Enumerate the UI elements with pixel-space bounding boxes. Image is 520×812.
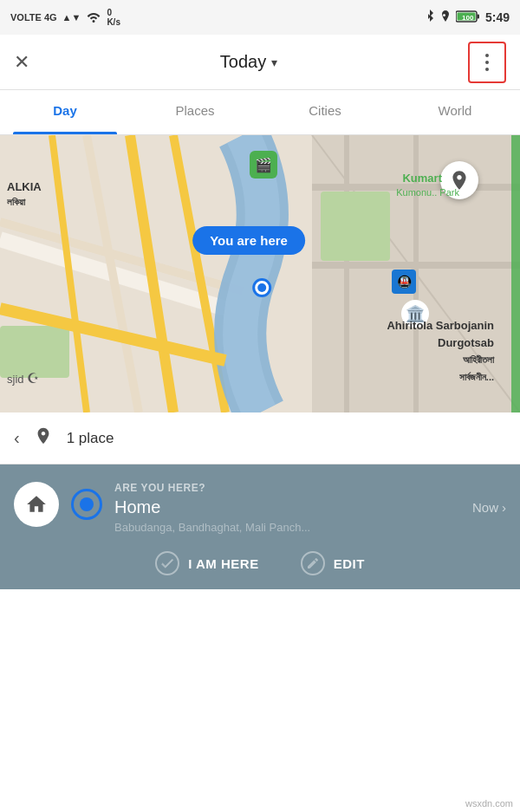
card-content: ARE YOU HERE? Home Now › Babudanga, Band…	[114, 482, 506, 534]
svg-rect-20	[511, 135, 520, 412]
svg-rect-16	[321, 192, 390, 261]
chevron-right-icon: ›	[502, 500, 506, 515]
ahiri-label: Ahiritola SarbojaninDurgotsabআহিরীতলাসার…	[387, 317, 494, 385]
kumont-label: Kumonu.. Park	[396, 187, 459, 198]
tab-day-label: Day	[53, 103, 77, 118]
card-question: ARE YOU HERE?	[114, 482, 506, 494]
svg-text:100: 100	[462, 14, 474, 22]
data-speed: 0K/s	[107, 8, 120, 27]
tab-world-label: World	[439, 103, 472, 118]
kumart-label: Kumart	[402, 172, 442, 186]
menu-dot-3	[485, 68, 489, 71]
close-button[interactable]: ✕	[14, 51, 29, 74]
tab-cities[interactable]: Cities	[260, 90, 390, 134]
title-text: Today	[220, 52, 266, 72]
overflow-menu-button[interactable]	[468, 42, 506, 83]
alkia-label: ALKIAলকিয়া	[7, 180, 42, 210]
tab-world[interactable]: World	[390, 90, 520, 134]
tab-bar: Day Places Cities World	[0, 90, 520, 135]
tab-day[interactable]: Day	[0, 90, 130, 134]
location-icon-status	[440, 10, 451, 25]
action-buttons: I AM HERE EDIT	[14, 551, 506, 575]
menu-dot-2	[485, 61, 489, 64]
battery-icon: 100	[456, 10, 480, 25]
check-icon	[155, 551, 179, 575]
header-title: Today ▾	[220, 52, 277, 72]
i-am-here-label: I AM HERE	[188, 556, 258, 571]
metro-icon: 🚇	[392, 270, 416, 294]
place-count-label: 1 place	[67, 430, 114, 447]
card-name-row: Home Now ›	[114, 497, 506, 517]
card-name: Home	[114, 497, 160, 517]
time-display: 5:49	[485, 10, 510, 24]
i-am-here-button[interactable]: I AM HERE	[155, 551, 258, 575]
sjid-label: sjid ☪	[7, 370, 39, 387]
location-indicator-inner	[80, 497, 94, 511]
bottom-panel: ARE YOU HERE? Home Now › Babudanga, Band…	[0, 464, 520, 589]
location-dot-inner	[257, 283, 266, 292]
signal-icon: ▲▼	[62, 12, 81, 23]
current-location-dot	[252, 278, 271, 297]
svg-rect-2	[477, 14, 479, 18]
edit-button[interactable]: EDIT	[301, 551, 365, 575]
tab-cities-label: Cities	[309, 103, 341, 118]
carrier-text: VOLTE 4G	[10, 12, 57, 23]
you-are-here-bubble: You are here	[192, 226, 305, 255]
tab-places[interactable]: Places	[130, 90, 260, 134]
place-pin-icon	[34, 425, 53, 451]
card-time: Now ›	[472, 500, 506, 515]
status-right: 100 5:49	[425, 10, 510, 26]
location-card: ARE YOU HERE? Home Now › Babudanga, Band…	[14, 482, 506, 534]
home-icon-circle	[14, 482, 59, 527]
edit-label: EDIT	[334, 556, 365, 571]
card-address: Babudanga, Bandhaghat, Mali Panch...	[114, 521, 506, 534]
status-left: VOLTE 4G ▲▼ 0K/s	[10, 8, 120, 27]
edit-icon	[301, 551, 325, 575]
wifi-icon	[86, 10, 101, 24]
places-bar: ‹ 1 place	[0, 412, 520, 464]
bluetooth-icon	[425, 10, 435, 26]
status-bar: VOLTE 4G ▲▼ 0K/s 100 5:49	[0, 0, 520, 35]
back-button[interactable]: ‹	[14, 428, 20, 448]
tab-places-label: Places	[175, 103, 214, 118]
header: ✕ Today ▾	[0, 35, 520, 90]
card-time-text: Now	[472, 500, 498, 515]
menu-dot-1	[485, 54, 489, 57]
location-indicator	[71, 489, 102, 520]
cinema-icon: 🎬	[250, 151, 277, 179]
watermark: wsxdn.com	[465, 798, 513, 809]
title-arrow: ▾	[271, 55, 277, 69]
map-view[interactable]: 🎬 🚇 🏛️ You are here ALKIAলকিয়া Kumart K…	[0, 135, 520, 412]
